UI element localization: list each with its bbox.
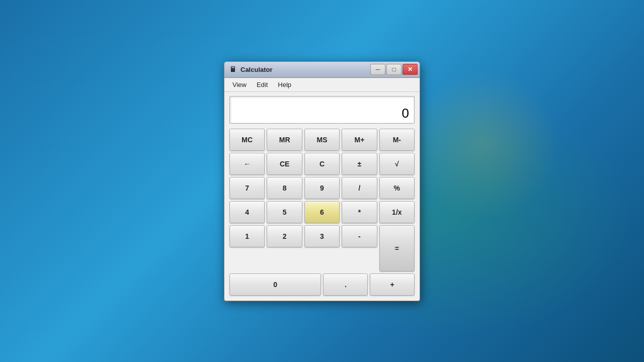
title-bar: 🖩 Calculator ─ □ ✕ [224,62,420,78]
btn-mminus[interactable]: M- [379,129,415,151]
btn-divide[interactable]: / [342,177,377,199]
display-value: 0 [402,106,409,121]
numrow-3: 1 2 3 - = [229,225,415,272]
btn-sqrt[interactable]: √ [379,153,415,175]
window-controls: ─ □ ✕ [370,64,418,75]
btn-decimal[interactable]: . [323,274,368,296]
menu-help[interactable]: Help [273,79,296,90]
btn-2[interactable]: 2 [267,225,302,247]
numrow-2: 4 5 6 * 1/x [229,201,415,223]
btn-mc[interactable]: MC [229,129,265,151]
btn-3[interactable]: 3 [304,225,340,247]
btn-1[interactable]: 1 [229,225,265,247]
numrow-1: 7 8 9 / % [229,177,415,199]
close-button[interactable]: ✕ [403,64,418,75]
btn-7[interactable]: 7 [229,177,265,199]
calculator-window: 🖩 Calculator ─ □ ✕ View Edit Help 0 MC M… [224,61,420,301]
btn-backspace[interactable]: ← [229,153,265,175]
window-title: Calculator [240,66,370,73]
minimize-button[interactable]: ─ [370,64,385,75]
btn-mr[interactable]: MR [267,129,302,151]
button-grid: MC MR MS M+ M- ← CE C ± √ 7 8 9 / % 4 5 … [224,127,420,301]
btn-9[interactable]: 9 [304,177,340,199]
maximize-button[interactable]: □ [386,64,401,75]
numrow-4: 0 . + [229,274,415,296]
display-area: 0 [229,96,415,124]
btn-5[interactable]: 5 [267,201,302,223]
btn-multiply[interactable]: * [342,201,377,223]
btn-subtract[interactable]: - [342,225,377,247]
btn-6[interactable]: 6 [304,201,340,223]
control-row: ← CE C ± √ [229,153,415,175]
btn-ce[interactable]: CE [267,153,302,175]
btn-equals[interactable]: = [379,225,415,272]
btn-mplus[interactable]: M+ [342,129,377,151]
btn-8[interactable]: 8 [267,177,302,199]
btn-ms[interactable]: MS [304,129,340,151]
btn-percent[interactable]: % [379,177,415,199]
btn-reciprocal[interactable]: 1/x [379,201,415,223]
memory-row: MC MR MS M+ M- [229,129,415,151]
btn-plusminus[interactable]: ± [342,153,377,175]
menu-view[interactable]: View [227,79,252,90]
btn-4[interactable]: 4 [229,201,265,223]
btn-c[interactable]: C [304,153,340,175]
btn-add[interactable]: + [370,274,415,296]
btn-0[interactable]: 0 [229,274,321,296]
menu-edit[interactable]: Edit [252,79,273,90]
menu-bar: View Edit Help [224,78,420,92]
app-icon: 🖩 [228,65,237,74]
